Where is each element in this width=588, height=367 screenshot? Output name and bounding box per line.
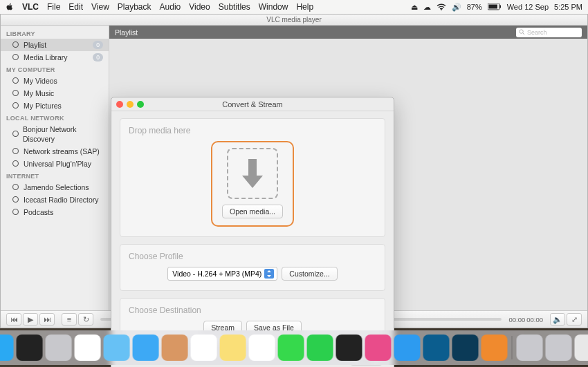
wifi-icon[interactable] xyxy=(437,3,446,10)
sidebar-item-icon xyxy=(12,130,19,138)
sidebar-header: LOCAL NETWORK xyxy=(1,112,109,123)
prev-button[interactable]: ⏮ xyxy=(6,313,21,326)
dock-mail[interactable] xyxy=(133,335,159,361)
dock-trash[interactable] xyxy=(575,335,589,361)
menu-window[interactable]: Window xyxy=(259,2,288,12)
play-button[interactable]: ▶ xyxy=(23,313,38,326)
dock-contacts[interactable] xyxy=(162,335,188,361)
sidebar-item-label: Media Library xyxy=(24,53,68,62)
sidebar-item-icon xyxy=(12,196,20,204)
sidebar-item-badge: 0 xyxy=(93,41,103,49)
next-button[interactable]: ⏭ xyxy=(39,313,55,326)
menu-audio[interactable]: Audio xyxy=(160,2,181,12)
time-current: 00:00 xyxy=(508,316,525,323)
open-media-button[interactable]: Open media... xyxy=(222,205,283,218)
sidebar-item-label: Universal Plug'n'Play xyxy=(24,159,91,169)
repeat-button[interactable]: ↻ xyxy=(78,313,93,326)
menu-playback[interactable]: Playback xyxy=(118,2,151,12)
svg-point-6 xyxy=(13,78,19,84)
svg-point-7 xyxy=(13,91,19,96)
search-input[interactable]: Search xyxy=(516,28,582,37)
playlist-button[interactable]: ≡ xyxy=(62,313,77,326)
dock-reminders[interactable] xyxy=(249,335,275,361)
dock-notes[interactable] xyxy=(220,335,246,361)
menubar-time[interactable]: 5:25 PM xyxy=(554,3,582,11)
drop-target[interactable] xyxy=(227,148,278,199)
cloud-icon[interactable]: ☁ xyxy=(423,3,431,12)
traffic-lights xyxy=(116,101,144,108)
drop-media-title: Drop media here xyxy=(129,126,376,135)
dock-photoshop[interactable] xyxy=(423,335,450,361)
customize-button[interactable]: Customize... xyxy=(282,267,337,281)
battery-icon[interactable] xyxy=(488,3,502,10)
battery-percent: 87% xyxy=(467,3,482,11)
sidebar-item-jamendo-selections[interactable]: Jamendo Selections xyxy=(1,181,109,194)
sidebar-item-icon xyxy=(12,102,20,110)
sidebar-item-label: Podcasts xyxy=(24,207,53,217)
sidebar-item-icecast-radio-directory[interactable]: Icecast Radio Directory xyxy=(1,194,109,206)
volume-icon[interactable]: 🔊 xyxy=(452,3,461,12)
choose-destination-title: Choose Destination xyxy=(129,305,376,315)
sidebar-item-universal-plug-n-play[interactable]: Universal Plug'n'Play xyxy=(1,158,109,170)
choose-profile-title: Choose Profile xyxy=(129,252,376,261)
menu-subtitles[interactable]: Subtitles xyxy=(219,2,250,12)
eject-icon[interactable]: ⏏ xyxy=(411,3,418,12)
macos-menubar: VLC File Edit View Playback Audio Video … xyxy=(0,0,588,14)
dock-itunes[interactable] xyxy=(365,335,392,361)
sidebar-item-my-music[interactable]: My Music xyxy=(1,87,109,100)
dialog-titlebar: Convert & Stream xyxy=(111,97,394,111)
dock-launchpad[interactable] xyxy=(46,335,72,361)
minimize-button[interactable] xyxy=(127,101,134,108)
menu-file[interactable]: File xyxy=(47,2,60,12)
menu-video[interactable]: Video xyxy=(189,2,210,12)
sidebar-item-bonjour-network-discovery[interactable]: Bonjour Network Discovery xyxy=(1,123,109,145)
app-name[interactable]: VLC xyxy=(22,2,39,12)
menu-help[interactable]: Help xyxy=(296,2,313,12)
sidebar-item-my-pictures[interactable]: My Pictures xyxy=(1,100,109,112)
dock-chrome[interactable] xyxy=(75,335,101,361)
sidebar-item-icon xyxy=(12,208,20,216)
profile-select[interactable]: Video - H.264 + MP3 (MP4) xyxy=(167,267,277,281)
time-total: 00:00 xyxy=(526,316,543,323)
sidebar-item-media-library[interactable]: Media Library0 xyxy=(1,51,109,64)
select-arrows-icon xyxy=(264,269,274,279)
dock-finder[interactable] xyxy=(0,335,14,361)
sidebar-item-podcasts[interactable]: Podcasts xyxy=(1,206,109,218)
dock-facetime[interactable] xyxy=(307,335,333,361)
dock xyxy=(0,330,588,365)
dock-messages[interactable] xyxy=(278,335,304,361)
dock-settings[interactable] xyxy=(517,335,543,361)
drop-highlight-annotation: Open media... xyxy=(211,141,294,227)
svg-point-11 xyxy=(13,161,19,167)
sidebar-header: INTERNET xyxy=(1,170,109,181)
svg-point-14 xyxy=(13,209,19,215)
volume-button[interactable]: 🔈 xyxy=(550,313,565,326)
dock-lightroom[interactable] xyxy=(452,335,479,361)
sidebar-item-network-streams-sap-[interactable]: Network streams (SAP) xyxy=(1,145,109,158)
dock-downloads[interactable] xyxy=(546,335,572,361)
close-button[interactable] xyxy=(116,101,123,108)
sidebar-item-playlist[interactable]: Playlist0 xyxy=(1,39,109,51)
dock-appstore[interactable] xyxy=(394,335,421,361)
profile-selected-value: Video - H.264 + MP3 (MP4) xyxy=(172,270,261,278)
zoom-button[interactable] xyxy=(137,101,144,108)
dock-safari[interactable] xyxy=(104,335,130,361)
svg-point-13 xyxy=(13,197,19,203)
fullscreen-button[interactable]: ⤢ xyxy=(567,313,582,326)
dock-separator xyxy=(512,336,513,359)
sidebar-item-icon xyxy=(12,89,20,97)
dock-vlc[interactable] xyxy=(481,335,508,361)
apple-menu-icon[interactable] xyxy=(6,3,14,11)
dock-terminal[interactable] xyxy=(336,335,362,361)
sidebar-item-my-videos[interactable]: My Videos xyxy=(1,75,109,87)
sidebar-item-icon xyxy=(12,77,20,85)
menubar-date[interactable]: Wed 12 Sep xyxy=(507,3,549,11)
dock-siri[interactable] xyxy=(17,335,43,361)
menu-edit[interactable]: Edit xyxy=(68,2,83,12)
sidebar-item-label: My Videos xyxy=(24,76,57,86)
search-icon xyxy=(519,29,525,35)
dock-calendar[interactable] xyxy=(191,335,217,361)
menu-view[interactable]: View xyxy=(91,2,109,12)
sidebar-item-label: My Pictures xyxy=(24,101,62,111)
svg-line-16 xyxy=(523,33,525,35)
